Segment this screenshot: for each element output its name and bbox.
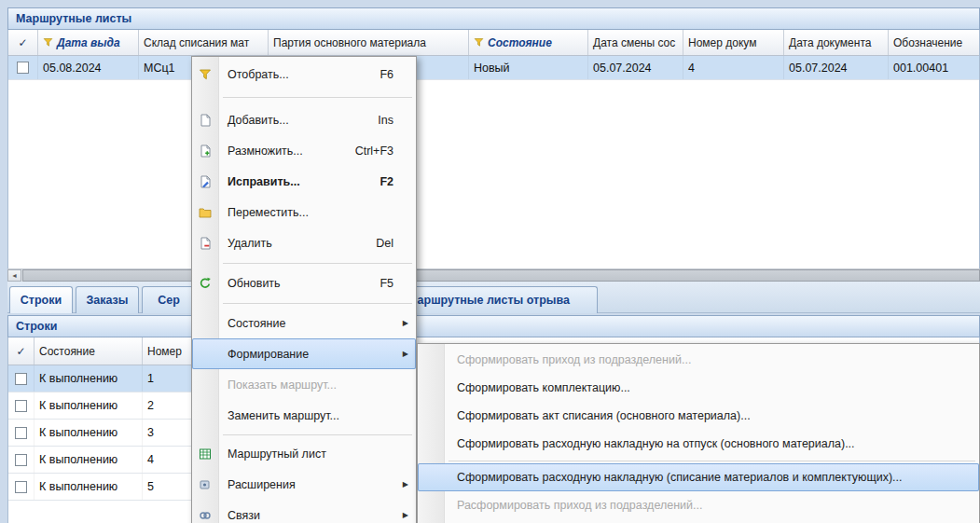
scrollbar-thumb[interactable] <box>22 269 980 282</box>
menu-item-duplicate[interactable]: Размножить... Ctrl+F3 <box>192 135 416 166</box>
row-checkbox[interactable] <box>17 62 29 74</box>
grid-cell <box>8 56 38 79</box>
delete-document-icon <box>199 237 212 250</box>
submenu-item-unform-receipt-from-departments[interactable]: Расформировать приход из подразделений..… <box>418 491 979 519</box>
page-title: Маршрутные листы <box>16 12 131 25</box>
column-header-label: Партия основного материала <box>273 36 426 49</box>
submenu-item-form-expense-invoice-writeoff[interactable]: Сформировать расходную накладную (списан… <box>418 463 979 491</box>
chevron-right-icon: ▶ <box>403 511 408 519</box>
filter-icon <box>43 37 53 48</box>
route-sheets-grid: ✓ Дата выда Склад списания мат Партия ос… <box>7 30 980 268</box>
table-row[interactable]: 05.08.2024 МСц1 Новый 05.07.2024 4 05.07… <box>8 56 979 80</box>
column-header-label: Номер докум <box>688 36 756 49</box>
submenu-item-form-writeoff-act[interactable]: Сформировать акт списания (основного мат… <box>418 402 979 430</box>
menu-item-replace-route[interactable]: Заменить маршрут... <box>192 400 416 431</box>
filter-icon <box>199 68 212 81</box>
row-checkbox[interactable] <box>15 400 27 412</box>
menu-item-state-submenu[interactable]: Состояние ▶ <box>192 308 416 338</box>
menu-separator <box>192 431 416 438</box>
menu-item-add[interactable]: Добавить... Ins <box>192 104 416 135</box>
edit-document-icon <box>199 175 212 188</box>
duplicate-document-icon <box>199 145 212 158</box>
submenu-item-form-issue-invoice[interactable]: Сформировать расходную накладную на отпу… <box>418 430 979 458</box>
grid-cell[interactable]: К выполнению <box>35 420 143 446</box>
column-header-label: Дата смены сос <box>593 36 675 49</box>
column-header-doc-date[interactable]: Дата документа <box>784 30 889 55</box>
grid-cell[interactable]: К выполнению <box>35 447 143 473</box>
row-checkbox[interactable] <box>15 454 27 466</box>
grid-empty-area <box>8 80 979 244</box>
section-title: Строки <box>16 320 57 333</box>
menu-item-show-route[interactable]: Показать маршрут... <box>192 369 416 400</box>
menu-separator <box>192 258 416 268</box>
tab-stroki[interactable]: Строки <box>9 286 73 313</box>
grid-cell[interactable]: 05.07.2024 <box>784 56 889 79</box>
tab-zakazy[interactable]: Заказы <box>76 286 139 313</box>
grid-cell[interactable]: 001.00401 <box>889 56 979 79</box>
menu-item-refresh[interactable]: Обновить F5 <box>192 268 416 298</box>
menu-item-links-submenu[interactable]: Связи ▶ <box>192 500 416 523</box>
panel-title-route-sheets: Маршрутные листы <box>7 7 980 30</box>
grid-cell <box>8 392 35 419</box>
menu-item-route-sheet[interactable]: Маршрутный лист <box>192 438 416 469</box>
grid-cell[interactable]: 05.08.2024 <box>38 56 139 79</box>
panel-title-stroki: Строки <box>7 315 980 337</box>
menu-item-move[interactable]: Переместить... <box>192 197 416 227</box>
column-header-state[interactable]: Состояние <box>35 337 143 365</box>
grid-cell <box>8 365 35 392</box>
column-header-date-issued[interactable]: Дата выда <box>38 30 139 55</box>
grid-cell[interactable]: К выполнению <box>35 474 143 500</box>
column-header-label: Склад списания мат <box>144 36 249 49</box>
menu-item-formation-submenu[interactable]: Формирование ▶ <box>192 338 416 369</box>
column-header-state-change-date[interactable]: Дата смены сос <box>588 30 683 55</box>
context-menu: Отобрать... F6 Добавить... Ins Размножит… <box>191 56 417 523</box>
grid-cell <box>8 474 35 500</box>
tab-ser[interactable]: Сер <box>142 286 196 313</box>
column-header-check[interactable]: ✓ <box>8 337 35 365</box>
chevron-right-icon: ▶ <box>403 350 408 358</box>
menu-item-select[interactable]: Отобрать... F6 <box>192 59 416 89</box>
h-scrollbar[interactable]: ◄ <box>7 268 980 282</box>
column-header-label: Обозначение <box>893 36 962 49</box>
check-icon: ✓ <box>16 345 25 358</box>
column-header-label: Номер <box>147 345 182 358</box>
column-header-label: Состояние <box>488 36 552 49</box>
scroll-left-icon: ◄ <box>11 272 18 279</box>
grid-cell[interactable]: К выполнению <box>35 365 143 392</box>
menu-separator <box>192 89 416 104</box>
row-checkbox[interactable] <box>15 373 27 385</box>
extensions-icon <box>199 478 212 491</box>
column-header-main-material-batch[interactable]: Партия основного материала <box>269 30 469 55</box>
row-checkbox[interactable] <box>15 481 27 493</box>
chevron-right-icon: ▶ <box>403 480 408 489</box>
grid-cell[interactable]: 05.07.2024 <box>588 56 683 79</box>
grid-cell[interactable]: Новый <box>469 56 588 79</box>
add-document-icon <box>199 114 212 127</box>
links-icon <box>199 509 212 522</box>
spreadsheet-icon <box>199 447 212 461</box>
submenu-item-form-kitting[interactable]: Сформировать комплектацию... <box>418 374 979 402</box>
grid-cell <box>8 420 35 446</box>
menu-item-extensions-submenu[interactable]: Расширения ▶ <box>192 469 416 500</box>
scroll-left-button[interactable]: ◄ <box>7 269 21 282</box>
column-header-doc-number[interactable]: Номер докум <box>683 30 784 55</box>
column-header-designation[interactable]: Обозначение <box>889 30 979 55</box>
grid-cell[interactable]: К выполнению <box>35 392 143 419</box>
column-header-label: Состояние <box>39 345 95 358</box>
grid-cell[interactable]: 4 <box>683 56 784 79</box>
chevron-right-icon: ▶ <box>403 319 408 327</box>
check-icon: ✓ <box>18 36 27 49</box>
column-header-state[interactable]: Состояние <box>469 30 588 55</box>
refresh-icon <box>199 277 212 290</box>
column-header-check[interactable]: ✓ <box>8 30 38 55</box>
move-folder-icon <box>199 206 212 219</box>
grid-header-row: ✓ Дата выда Склад списания мат Партия ос… <box>8 30 979 56</box>
grid-cell <box>8 447 35 473</box>
menu-item-delete[interactable]: Удалить Del <box>192 227 416 258</box>
submenu-item-form-receipt-from-departments[interactable]: Сформировать приход из подразделений... <box>418 346 979 374</box>
menu-item-edit[interactable]: Исправить... F2 <box>192 166 416 197</box>
column-header-label: Дата выда <box>57 36 120 49</box>
menu-separator <box>192 298 416 308</box>
column-header-writeoff-warehouse[interactable]: Склад списания мат <box>139 30 269 55</box>
row-checkbox[interactable] <box>15 427 27 439</box>
